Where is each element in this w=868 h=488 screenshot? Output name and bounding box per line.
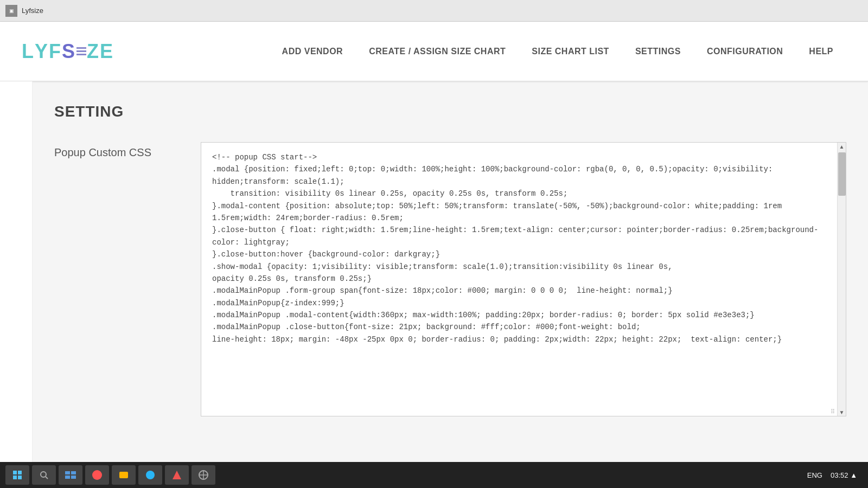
nav-help[interactable]: HELP	[796, 47, 846, 56]
taskbar-app4[interactable]	[138, 465, 162, 485]
taskbar-start[interactable]	[5, 465, 29, 485]
nav-size-chart-list[interactable]: SIZE CHART LIST	[519, 47, 622, 56]
main-content: SETTING Popup Custom CSS <!-- popup CSS …	[0, 81, 868, 488]
css-editor-wrapper: <!-- popup CSS start--> .modal {position…	[201, 142, 846, 416]
svg-rect-11	[119, 472, 128, 478]
scroll-up-arrow[interactable]: ▲	[838, 143, 846, 150]
content-area: SETTING Popup Custom CSS <!-- popup CSS …	[33, 81, 868, 488]
logo-letter-l: L	[22, 40, 35, 63]
taskbar-app5[interactable]	[165, 465, 189, 485]
nav-settings[interactable]: SETTINGS	[622, 47, 694, 56]
svg-point-10	[92, 470, 102, 480]
logo-letter-z: Z	[87, 40, 100, 63]
taskbar-clock: 03:52 ▲	[831, 471, 863, 479]
taskbar-app2[interactable]	[85, 465, 109, 485]
svg-rect-8	[65, 476, 70, 479]
svg-rect-9	[71, 476, 76, 479]
resize-handle[interactable]: ⠿	[828, 407, 837, 416]
svg-rect-1	[18, 471, 22, 474]
css-editor-textarea[interactable]: <!-- popup CSS start--> .modal {position…	[201, 143, 846, 414]
taskbar-language: ENG	[807, 471, 822, 479]
title-bar: ▣ Lyfsize	[0, 0, 868, 22]
svg-line-5	[46, 477, 48, 479]
svg-marker-13	[173, 471, 181, 479]
svg-rect-3	[18, 476, 22, 479]
setting-row: Popup Custom CSS <!-- popup CSS start-->…	[54, 142, 846, 416]
scroll-thumb[interactable]	[838, 152, 846, 196]
taskbar-app1[interactable]	[59, 465, 82, 485]
svg-rect-6	[65, 471, 70, 474]
app-title: Lyfsize	[22, 7, 43, 15]
taskbar: ENG 03:52 ▲	[0, 462, 868, 488]
popup-css-label: Popup Custom CSS	[54, 142, 184, 159]
sidebar	[0, 81, 33, 488]
logo-letter-e: E	[100, 40, 114, 63]
taskbar-search[interactable]	[32, 465, 56, 485]
svg-rect-0	[13, 471, 17, 474]
logo-letter-s: S	[62, 40, 76, 63]
scrollbar[interactable]: ▲ ▼	[837, 143, 846, 416]
svg-point-12	[146, 471, 155, 479]
nav-configuration[interactable]: CONFIGURATION	[694, 47, 796, 56]
scroll-down-arrow[interactable]: ▼	[838, 408, 846, 416]
nav-add-vendor[interactable]: ADD VENDOR	[269, 47, 356, 56]
logo-letter-f: F	[49, 40, 62, 63]
top-nav: L Y F S Z E ADD VENDOR CREATE / ASSIGN S…	[0, 22, 868, 81]
logo-letter-y: Y	[35, 40, 49, 63]
taskbar-app3[interactable]	[112, 465, 136, 485]
nav-create-assign[interactable]: CREATE / ASSIGN SIZE CHART	[356, 47, 519, 56]
nav-menu: ADD VENDOR CREATE / ASSIGN SIZE CHART SI…	[269, 47, 846, 56]
svg-rect-7	[71, 471, 76, 474]
section-title: SETTING	[54, 103, 846, 120]
taskbar-app6[interactable]	[192, 465, 215, 485]
app-icon: ▣	[5, 5, 17, 17]
svg-rect-2	[13, 476, 17, 479]
logo-lines-decoration	[76, 47, 86, 55]
logo[interactable]: L Y F S Z E	[22, 40, 114, 63]
svg-point-4	[41, 472, 46, 477]
